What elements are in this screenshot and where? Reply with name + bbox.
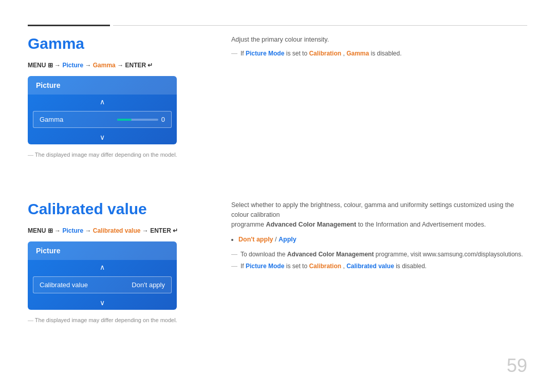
- enter-icon2: ↵: [173, 227, 178, 234]
- picture-path2: Picture: [62, 227, 83, 234]
- menu-label2: MENU: [28, 227, 46, 234]
- calibrated-note: — The displayed image may differ dependi…: [28, 317, 208, 323]
- calibrated-left-column: Calibrated value MENU ⊞ → Picture → Cali…: [28, 200, 208, 323]
- arrow3: →: [117, 62, 125, 69]
- arrow2: →: [85, 62, 92, 69]
- menu-icon2: ⊞: [48, 227, 54, 234]
- calibration-highlight: Calibration: [309, 50, 341, 57]
- page-number: 59: [507, 355, 527, 377]
- dont-apply-text: Don't apply: [238, 236, 273, 243]
- calibrated-menu-path: MENU ⊞ → Picture → Calibrated value → EN…: [28, 227, 208, 234]
- gamma-row[interactable]: Gamma 0: [33, 111, 172, 128]
- gamma-title: Gamma: [28, 35, 208, 52]
- arrow2b: →: [85, 227, 92, 234]
- enter-icon: ↵: [147, 62, 153, 69]
- separator: /: [275, 236, 276, 243]
- gamma-right-column: Adjust the primary colour intensity. — I…: [231, 35, 527, 61]
- enter-label2: ENTER: [150, 227, 171, 234]
- acm-bold: Advanced Color Management: [266, 221, 356, 228]
- slider-fill: [117, 119, 132, 121]
- down-arrow[interactable]: ∨: [28, 130, 177, 144]
- gamma-note-right: — If Picture Mode is set to Calibration …: [231, 49, 527, 59]
- cal-note2: — If Picture Mode is set to Calibration …: [231, 262, 527, 271]
- cal-up-arrow[interactable]: ∧: [28, 260, 177, 274]
- cal-down-arrow[interactable]: ∨: [28, 295, 177, 310]
- cal-row-value: Don't apply: [132, 281, 165, 289]
- apply-text: Apply: [279, 236, 297, 243]
- cal-bullet-list: Don't apply / Apply: [238, 234, 527, 245]
- cal-value-highlight: Calibrated value: [346, 263, 394, 270]
- menu-label: MENU: [28, 62, 46, 69]
- cal-desc: Select whether to apply the brightness, …: [231, 200, 527, 229]
- gamma-left-column: Gamma MENU ⊞ → Picture → Gamma → ENTER ↵…: [28, 35, 208, 158]
- border-light: [113, 25, 527, 26]
- cal-note1: — To download the Advanced Color Managem…: [231, 250, 527, 259]
- menu-icon: ⊞: [48, 62, 54, 69]
- gamma-note: — The displayed image may differ dependi…: [28, 152, 208, 158]
- arrow3b: →: [142, 227, 150, 234]
- arrow1b: →: [54, 227, 61, 234]
- calibrated-right-column: Select whether to apply the brightness, …: [231, 200, 527, 274]
- cal-picture-box-header: Picture: [28, 241, 177, 260]
- cal-row-label: Calibrated value: [40, 281, 88, 289]
- slider-track: [117, 119, 158, 121]
- gamma-row-label: Gamma: [40, 116, 63, 123]
- arrow1: →: [54, 62, 61, 69]
- calibrated-title: Calibrated value: [28, 200, 208, 218]
- gamma-path: Gamma: [93, 62, 116, 69]
- gamma-menu-path: MENU ⊞ → Picture → Gamma → ENTER ↵: [28, 62, 208, 69]
- gamma-value: 0: [161, 116, 165, 123]
- gamma-desc: Adjust the primary colour intensity.: [231, 35, 527, 45]
- gamma-highlight: Gamma: [346, 50, 369, 57]
- picture-mode-highlight: Picture Mode: [246, 50, 284, 57]
- calibration-highlight2: Calibration: [309, 263, 341, 270]
- gamma-slider[interactable]: 0: [117, 116, 165, 123]
- gamma-picture-box: Picture ∧ Gamma 0 ∨: [28, 76, 177, 144]
- calibrated-row[interactable]: Calibrated value Don't apply: [33, 276, 172, 293]
- bullet-item-options: Don't apply / Apply: [238, 234, 527, 245]
- picture-box-header: Picture: [28, 76, 177, 95]
- border-dark: [28, 25, 110, 26]
- enter-label: ENTER: [125, 62, 146, 69]
- calibrated-picture-box: Picture ∧ Calibrated value Don't apply ∨: [28, 241, 177, 310]
- up-arrow[interactable]: ∧: [28, 95, 177, 109]
- picture-mode-highlight2: Picture Mode: [246, 263, 284, 270]
- calibrated-path: Calibrated value: [93, 227, 141, 234]
- top-border: [28, 25, 527, 26]
- picture-path: Picture: [62, 62, 83, 69]
- acm-note-bold: Advanced Color Management: [287, 251, 374, 258]
